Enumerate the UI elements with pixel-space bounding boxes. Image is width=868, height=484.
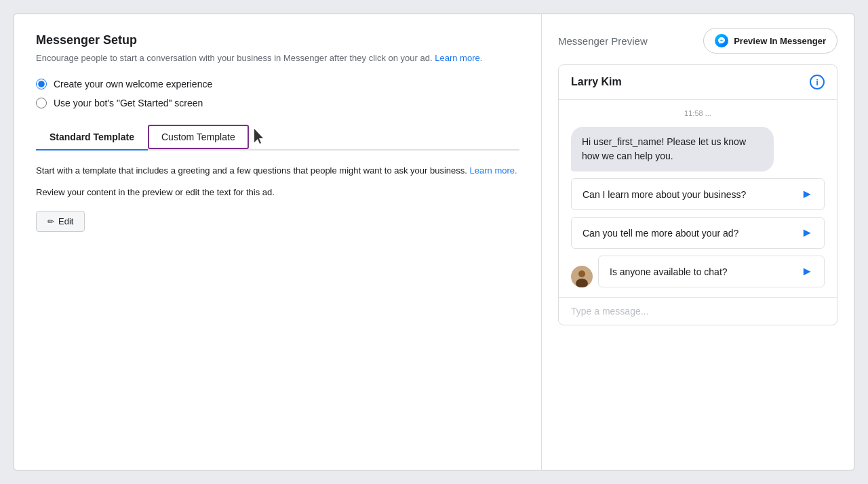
reply-option-1-text: Can I learn more about your business? [583, 189, 746, 200]
messenger-preview-box: Larry Kim i 11:58 ... Hi user_first_name… [558, 64, 837, 325]
radio-group: Create your own welcome experience Use y… [36, 79, 519, 108]
greeting-bubble: Hi user_first_name! Please let us know h… [571, 127, 774, 172]
radio-label-1: Create your own welcome experience [54, 79, 212, 89]
description-main: Start with a template that includes a gr… [36, 165, 470, 176]
review-text: Review your content in the preview or ed… [36, 187, 519, 197]
time-label: 11:58 ... [571, 109, 825, 117]
subtitle-text: Encourage people to start a conversation… [36, 53, 435, 63]
reply-option-2-text: Can you tell me more about your ad? [583, 228, 738, 239]
radio-input-1[interactable] [36, 79, 47, 89]
preview-in-messenger-button[interactable]: Preview In Messenger [703, 28, 837, 54]
preview-button-label: Preview In Messenger [734, 36, 826, 46]
description-learn-more-link[interactable]: Learn more. [470, 165, 517, 176]
radio-option-1[interactable]: Create your own welcome experience [36, 79, 519, 89]
messenger-logo-icon [715, 34, 728, 47]
cursor-area [249, 125, 267, 149]
edit-button-label: Edit [58, 216, 73, 226]
description-text: Start with a template that includes a gr… [36, 164, 519, 178]
radio-label-2: Use your bot's "Get Started" screen [54, 98, 203, 108]
message-input-area: Type a message... [559, 297, 837, 325]
left-panel: Messenger Setup Encourage people to star… [14, 14, 542, 470]
reply-option-1[interactable]: Can I learn more about your business? ► [571, 178, 825, 210]
message-input-placeholder[interactable]: Type a message... [571, 306, 825, 317]
messenger-header: Larry Kim i [559, 65, 837, 100]
tabs-container: Standard Template Custom Template [36, 125, 519, 150]
pencil-icon: ✏ [47, 217, 54, 226]
reply-arrow-3: ► [801, 264, 813, 279]
reply-option-3-text: Is anyone available to chat? [610, 266, 728, 277]
page-title: Messenger Setup [36, 33, 519, 47]
tab-standard[interactable]: Standard Template [36, 125, 148, 149]
reply-arrow-2: ► [801, 226, 813, 240]
svg-point-1 [578, 270, 585, 277]
radio-input-2[interactable] [36, 98, 47, 108]
reply-arrow-1: ► [801, 187, 813, 201]
reply-option-2[interactable]: Can you tell me more about your ad? ► [571, 217, 825, 249]
main-container: Messenger Setup Encourage people to star… [14, 14, 854, 470]
contact-name: Larry Kim [571, 76, 622, 88]
cursor-icon [254, 129, 267, 145]
right-panel: Messenger Preview Preview In Messenger L… [542, 14, 854, 470]
tab-custom[interactable]: Custom Template [148, 125, 249, 149]
reply-option-3[interactable]: Is anyone available to chat? ► [598, 256, 825, 287]
messenger-preview-label: Messenger Preview [558, 35, 648, 47]
avatar [571, 266, 593, 287]
subtitle-learn-more-link[interactable]: Learn more. [435, 53, 482, 63]
reply-row-3: Is anyone available to chat? ► [571, 256, 825, 287]
page-subtitle: Encourage people to start a conversation… [36, 52, 519, 65]
edit-button[interactable]: ✏ Edit [36, 211, 85, 232]
right-header: Messenger Preview Preview In Messenger [558, 28, 837, 54]
radio-option-2[interactable]: Use your bot's "Get Started" screen [36, 98, 519, 108]
info-icon[interactable]: i [810, 75, 825, 89]
messenger-body: 11:58 ... Hi user_first_name! Please let… [559, 100, 837, 297]
